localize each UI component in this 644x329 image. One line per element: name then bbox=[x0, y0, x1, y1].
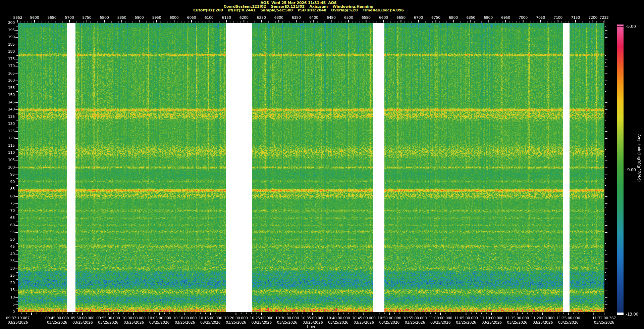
frequency-axis-label: 120 bbox=[0, 136, 15, 140]
record-axis-label: 6000 bbox=[170, 15, 179, 20]
time-tick-label: 10:35:00.000 bbox=[301, 316, 324, 320]
frequency-axis-label: 85 bbox=[0, 187, 15, 191]
date-tick-label: 03/25/2026 bbox=[123, 320, 144, 325]
record-axis-label: 5800 bbox=[100, 15, 109, 20]
frequency-axis-label: 95 bbox=[0, 172, 15, 177]
record-axis-label: 6300 bbox=[274, 15, 283, 20]
record-axis-label: 6250 bbox=[257, 15, 266, 20]
frequency-axis-label: 20 bbox=[0, 281, 15, 285]
record-axis-label: 6800 bbox=[449, 15, 458, 20]
frequency-axis-label: 160 bbox=[0, 78, 15, 83]
frequency-axis-label: 145 bbox=[0, 100, 15, 104]
record-axis-label: 6750 bbox=[431, 15, 440, 20]
frequency-axis-label: 170 bbox=[0, 64, 15, 68]
colorbar-gradient bbox=[617, 27, 624, 313]
time-tick-label: 11:20:00.000 bbox=[531, 316, 554, 320]
frequency-axis-label: 60 bbox=[0, 223, 15, 227]
frequency-axis-label: 100 bbox=[0, 165, 15, 170]
time-tick-label: 11:32:00.367 bbox=[592, 316, 616, 320]
frequency-axis-label: 70 bbox=[0, 208, 15, 213]
frequency-axis-label: 30 bbox=[0, 266, 15, 271]
frequency-axis-label: 110 bbox=[0, 150, 15, 155]
time-tick-label: 10:40:00.000 bbox=[326, 316, 350, 320]
frequency-axis-label: 55 bbox=[0, 230, 15, 234]
record-axis-label: 7100 bbox=[553, 15, 562, 20]
frequency-axis-label: 115 bbox=[0, 143, 15, 148]
date-tick-label: 03/25/2026 bbox=[558, 320, 578, 325]
record-axis-label: 6950 bbox=[501, 15, 510, 20]
frequency-axis-label: 175 bbox=[0, 57, 15, 61]
date-tick-label: 03/25/2026 bbox=[8, 320, 28, 325]
frequency-axis-label: 200 bbox=[0, 20, 15, 25]
frequency-axis-label: 130 bbox=[0, 122, 15, 126]
record-axis-label: 6650 bbox=[396, 15, 406, 20]
date-tick-label: 03/25/2026 bbox=[252, 320, 272, 325]
record-axis-label: 6900 bbox=[484, 15, 493, 20]
frequency-axis-label: 0 bbox=[0, 310, 15, 314]
record-axis-label: 6400 bbox=[309, 15, 318, 20]
time-tick-label: 10:20:00.000 bbox=[224, 316, 248, 320]
time-tick-label: 09:37:19.087 bbox=[6, 316, 30, 320]
time-tick-label: 11:15:00.000 bbox=[505, 316, 529, 320]
time-tick-label: 10:10:00.000 bbox=[173, 316, 197, 320]
date-tick-label: 03/25/2026 bbox=[481, 320, 501, 325]
date-tick-label: 03/25/2026 bbox=[405, 320, 425, 325]
time-tick-label: 11:10:00.000 bbox=[480, 316, 503, 320]
frequency-axis-label: 135 bbox=[0, 114, 15, 119]
record-axis-label: 6450 bbox=[327, 15, 336, 20]
date-tick-label: 03/25/2026 bbox=[594, 320, 614, 325]
frequency-axis-label: 190 bbox=[0, 35, 15, 39]
date-tick-label: 03/25/2026 bbox=[200, 320, 220, 325]
date-tick-label: 03/25/2026 bbox=[354, 320, 374, 325]
colorbar-mid-label: -9.00 bbox=[626, 168, 636, 172]
record-axis-label: 5900 bbox=[135, 15, 144, 20]
record-axis-label: 7150 bbox=[571, 15, 580, 20]
record-axis-label: 7000 bbox=[519, 15, 528, 20]
record-axis-label: 6500 bbox=[344, 15, 353, 20]
date-tick-label: 03/25/2026 bbox=[72, 320, 93, 325]
record-axis-label: 6150 bbox=[222, 15, 231, 20]
record-axis-label: 6550 bbox=[362, 15, 371, 20]
time-tick-label: 10:55:00.000 bbox=[403, 316, 427, 320]
time-tick-label: 10:45:00.000 bbox=[352, 316, 375, 320]
frequency-axis-label: 180 bbox=[0, 49, 15, 54]
time-tick-label: 09:45:00.000 bbox=[45, 316, 69, 320]
record-axis-label: 5600 bbox=[30, 15, 39, 20]
frequency-axis-label: 165 bbox=[0, 71, 15, 76]
frequency-axis-label: 90 bbox=[0, 180, 15, 184]
record-axis-label: 5850 bbox=[117, 15, 126, 20]
record-axis-label: 5700 bbox=[65, 15, 74, 20]
record-axis-label: 6850 bbox=[466, 15, 475, 20]
frequency-axis-label: 105 bbox=[0, 158, 15, 162]
frequency-axis-label: 185 bbox=[0, 42, 15, 47]
spectrogram-canvas[interactable] bbox=[18, 23, 604, 312]
frequency-axis-label: 35 bbox=[0, 259, 15, 263]
frequency-axis-label: 155 bbox=[0, 86, 15, 90]
time-tick-label: 11:00:00.000 bbox=[429, 316, 452, 320]
date-tick-label: 03/25/2026 bbox=[47, 320, 67, 325]
date-tick-label: 03/25/2026 bbox=[507, 320, 527, 325]
time-tick-label: 11:05:00.000 bbox=[454, 316, 478, 320]
frequency-axis-label: 80 bbox=[0, 194, 15, 198]
record-axis-label: 6700 bbox=[414, 15, 423, 20]
frequency-axis-label: 40 bbox=[0, 252, 15, 256]
time-tick-label: 10:15:00.000 bbox=[199, 316, 222, 320]
frequency-axis-label: 45 bbox=[0, 244, 15, 249]
frequency-axis-label: 25 bbox=[0, 273, 15, 278]
frequency-axis-label: 65 bbox=[0, 216, 15, 220]
record-axis-label: 6100 bbox=[205, 15, 214, 20]
record-axis-label: 5950 bbox=[152, 15, 161, 20]
frequency-axis-label: 10 bbox=[0, 295, 15, 299]
record-axis-label: 6350 bbox=[292, 15, 301, 20]
time-tick-label: 10:50:00.000 bbox=[378, 316, 401, 320]
time-axis-title: Time bbox=[303, 324, 319, 329]
record-axis-label: 5552 bbox=[13, 15, 22, 20]
frequency-axis-label: 15 bbox=[0, 288, 15, 292]
colorbar-title: Amplitude(Log10(g^2/Hz)) bbox=[637, 134, 641, 201]
time-tick-label: 10:00:00.000 bbox=[122, 316, 146, 320]
record-axis-label: 6600 bbox=[379, 15, 388, 20]
date-tick-label: 03/25/2026 bbox=[175, 320, 195, 325]
frequency-axis-label: 50 bbox=[0, 237, 15, 242]
frequency-axis-label: 75 bbox=[0, 201, 15, 205]
date-tick-label: 03/25/2026 bbox=[98, 320, 118, 325]
